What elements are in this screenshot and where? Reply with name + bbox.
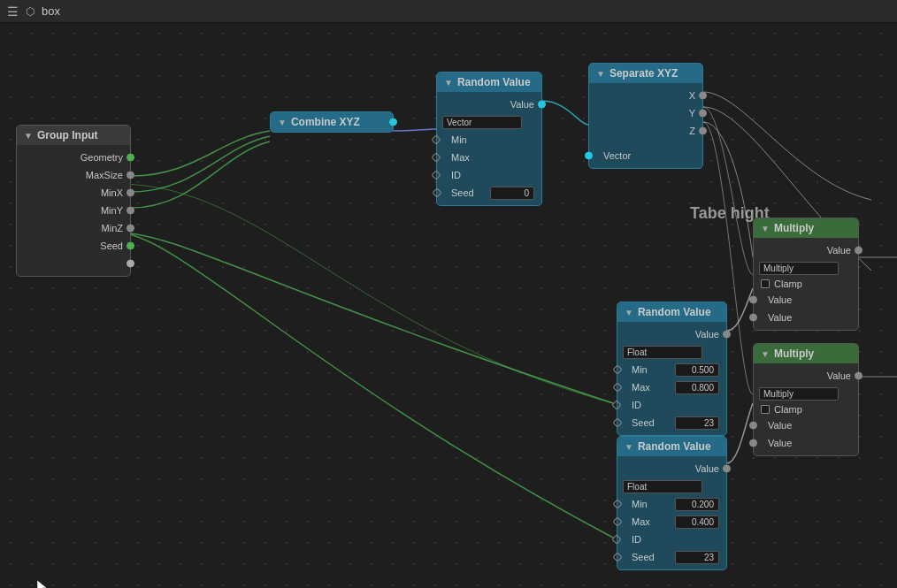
node-random-value-3[interactable]: ▼ Random Value Value Float Vector Min 0.… <box>617 436 727 570</box>
socket-rv3-id-in[interactable] <box>611 534 621 544</box>
rv1-seed-row: Seed 0 <box>437 184 541 202</box>
mult2-clamp-checkbox[interactable] <box>761 405 770 414</box>
socket-combine-out[interactable] <box>389 118 397 126</box>
rv3-min-value[interactable]: 0.200 <box>675 498 719 511</box>
socket-rv1-seed-in[interactable] <box>432 187 441 197</box>
rv2-output-value: Value <box>617 325 726 343</box>
socket-rv3-value-out[interactable] <box>723 465 731 473</box>
socket-rv3-max-in[interactable] <box>612 516 622 526</box>
rv1-seed-value[interactable]: 0 <box>490 187 534 200</box>
node-multiply-1[interactable]: ▼ Multiply Value Multiply Add Clamp Valu… <box>753 218 859 331</box>
chevron-icon: ▼ <box>625 308 633 317</box>
node-multiply-1-header[interactable]: ▼ Multiply <box>754 218 858 238</box>
node-multiply-2[interactable]: ▼ Multiply Value Multiply Add Clamp Valu… <box>753 343 859 456</box>
socket-sep-vector-in[interactable] <box>585 152 593 160</box>
node-group-input-header[interactable]: ▼ Group Input <box>17 126 130 145</box>
node-separate-xyz[interactable]: ▼ Separate XYZ X Y Z Vector <box>588 63 703 169</box>
socket-extra-out[interactable] <box>126 260 134 268</box>
socket-rv2-min-in[interactable] <box>612 364 622 374</box>
node-random-value-2-header[interactable]: ▼ Random Value <box>617 302 726 322</box>
node-random-value-3-header[interactable]: ▼ Random Value <box>617 437 726 456</box>
sep-output-y: Y <box>589 104 702 122</box>
rv2-id-row: ID <box>617 396 726 414</box>
node-separate-xyz-label: Separate XYZ <box>610 67 678 80</box>
chevron-icon: ▼ <box>596 69 605 79</box>
mult2-mode-select[interactable]: Multiply Add <box>759 387 839 401</box>
cursor <box>37 580 50 588</box>
rv1-type-select[interactable]: Vector Float <box>442 116 522 129</box>
node-group-input[interactable]: ▼ Group Input Geometry MaxSize MinX MinY… <box>16 125 131 277</box>
socket-mult2-v1-in[interactable] <box>749 422 757 430</box>
socket-minz-out[interactable] <box>126 225 134 233</box>
socket-mult1-v2-in[interactable] <box>749 314 757 322</box>
output-minz: MinZ <box>17 219 130 237</box>
top-bar: ☰ ⬡ box <box>0 0 897 23</box>
rv2-max-value[interactable]: 0.800 <box>675 381 719 394</box>
rv2-seed-value[interactable]: 23 <box>675 416 719 430</box>
rv3-max-value[interactable]: 0.400 <box>675 515 719 529</box>
socket-rv1-max-in[interactable] <box>431 152 441 162</box>
chevron-icon: ▼ <box>625 442 633 452</box>
socket-minx-out[interactable] <box>126 189 134 197</box>
chevron-icon: ▼ <box>444 78 453 88</box>
socket-mult2-value-out[interactable] <box>855 372 862 380</box>
scene-title: box <box>42 4 60 18</box>
socket-sep-x-out[interactable] <box>699 92 707 100</box>
mult1-clamp-checkbox[interactable] <box>761 279 770 288</box>
socket-rv1-min-in[interactable] <box>431 134 441 144</box>
socket-rv2-value-out[interactable] <box>723 331 731 339</box>
output-extra <box>17 255 130 272</box>
output-maxsize: MaxSize <box>17 166 130 184</box>
node-multiply-2-label: Multiply <box>774 347 814 360</box>
rv2-min-value[interactable]: 0.500 <box>675 363 719 377</box>
output-miny: MinY <box>17 202 130 219</box>
rv2-seed-row: Seed 23 <box>617 414 726 431</box>
output-minx: MinX <box>17 184 130 202</box>
node-editor-canvas[interactable]: ▼ Group Input Geometry MaxSize MinX MinY… <box>0 23 897 588</box>
mult2-input-value1: Value <box>754 416 858 434</box>
socket-rv2-max-in[interactable] <box>612 382 622 392</box>
rv3-output-value: Value <box>617 460 726 477</box>
node-multiply-2-header[interactable]: ▼ Multiply <box>754 344 858 363</box>
rv2-type-select[interactable]: Float Vector <box>623 346 702 359</box>
socket-sep-z-out[interactable] <box>699 127 707 135</box>
node-multiply-1-label: Multiply <box>774 222 814 234</box>
socket-rv1-id-in[interactable] <box>431 170 441 179</box>
socket-mult1-v1-in[interactable] <box>749 296 757 304</box>
node-random-value-1-header[interactable]: ▼ Random Value <box>437 73 541 92</box>
mult2-input-value2: Value <box>754 434 858 452</box>
rv3-max-row: Max 0.400 <box>617 513 726 531</box>
socket-rv2-seed-in[interactable] <box>612 417 622 427</box>
socket-seed-out[interactable] <box>126 242 134 250</box>
socket-mult2-v2-in[interactable] <box>749 439 757 447</box>
output-geometry: Geometry <box>17 149 130 166</box>
socket-rv1-value-out[interactable] <box>538 101 546 109</box>
node-separate-xyz-header[interactable]: ▼ Separate XYZ <box>589 64 702 83</box>
socket-rv3-seed-in[interactable] <box>612 552 622 561</box>
socket-rv3-min-in[interactable] <box>612 499 622 508</box>
rv3-seed-row: Seed 23 <box>617 548 726 566</box>
mult1-clamp-row: Clamp <box>754 277 858 291</box>
socket-rv2-id-in[interactable] <box>611 400 621 409</box>
node-random-value-3-body: Value Float Vector Min 0.200 Max 0.400 <box>617 456 726 569</box>
sep-input-vector: Vector <box>589 147 702 164</box>
socket-mult1-value-out[interactable] <box>855 247 862 255</box>
node-random-value-2-body: Value Float Vector Min 0.500 Max 0.800 <box>617 322 726 435</box>
socket-geometry-out[interactable] <box>126 154 134 162</box>
socket-sep-y-out[interactable] <box>699 110 707 118</box>
node-combine-xyz[interactable]: ▼ Combine XYZ <box>270 111 394 133</box>
node-random-value-2-label: Random Value <box>638 306 711 318</box>
svg-marker-0 <box>37 580 47 588</box>
mult1-mode-select[interactable]: Multiply Add <box>759 262 839 275</box>
node-random-value-2[interactable]: ▼ Random Value Value Float Vector Min 0.… <box>617 302 727 436</box>
node-random-value-1-label: Random Value <box>457 76 531 88</box>
socket-maxsize-out[interactable] <box>126 172 134 179</box>
node-random-value-1-body: Value Vector Float Min Max ID <box>437 92 541 205</box>
node-group-input-label: Group Input <box>37 129 98 141</box>
rv3-type-select[interactable]: Float Vector <box>623 480 702 493</box>
socket-miny-out[interactable] <box>126 207 134 215</box>
rv3-seed-value[interactable]: 23 <box>675 551 719 564</box>
node-random-value-1[interactable]: ▼ Random Value Value Vector Float Min Ma… <box>436 72 542 206</box>
node-combine-xyz-header[interactable]: ▼ Combine XYZ <box>271 112 393 132</box>
rv2-type-row: Float Vector <box>617 343 726 361</box>
